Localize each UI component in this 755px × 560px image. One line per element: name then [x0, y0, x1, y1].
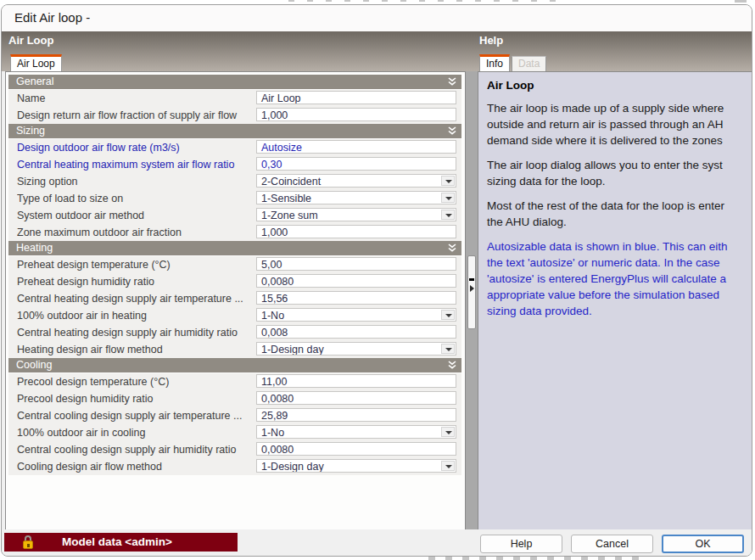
section-title: General [16, 76, 53, 87]
lock-icon [23, 535, 35, 549]
row-label: Central heating design supply air humidi… [17, 327, 253, 339]
panel-splitter[interactable] [466, 71, 478, 531]
dialog-titlebar[interactable]: Edit Air loop - [2, 5, 752, 31]
splitter-grip[interactable] [467, 255, 476, 329]
help-line: Most of the rest of the data for the loo… [487, 198, 752, 214]
grid-row: Central heating maximum system air flow … [8, 156, 461, 173]
row-text-field[interactable]: Autosize [256, 140, 456, 154]
row-combo-field[interactable]: 1-No [256, 308, 456, 322]
background-dash [419, 0, 425, 2]
row-label: Design outdoor air flow rate (m3/s) [17, 142, 253, 154]
collapse-chevron-icon [448, 361, 456, 370]
section-title: Cooling [16, 359, 52, 371]
help-heading: Air Loop [487, 79, 752, 92]
row-label: Preheat design temperature (°C) [17, 259, 253, 271]
help-paragraph: The air loop is made up of a supply side… [487, 100, 752, 148]
grid-row: Central heating design supply air humidi… [8, 324, 461, 341]
combo-dropdown-button[interactable] [441, 461, 455, 471]
background-dash [632, 557, 639, 560]
help-line: The air loop is made up of a supply side… [487, 100, 752, 116]
background-dash [530, 557, 537, 560]
grid-row: Central cooling design supply air humidi… [8, 441, 461, 458]
combo-dropdown-button[interactable] [441, 344, 455, 354]
row-combo-field[interactable]: 1-Design day [256, 459, 456, 473]
grid-row: Design return air flow fraction of suppl… [8, 107, 461, 124]
background-dash [428, 557, 435, 560]
section-header-general[interactable]: General [8, 75, 461, 89]
row-text-field[interactable]: 0,0080 [256, 442, 456, 456]
row-combo-field[interactable]: 2-Coincident [256, 174, 456, 188]
background-dash [615, 557, 622, 560]
grid-row: 100% outdoor air in cooling1-No [8, 424, 461, 441]
tab-help-info[interactable]: Info [479, 54, 510, 71]
row-text-field[interactable]: 15,56 [256, 291, 456, 305]
grid-row: 100% outdoor air in heating1-No [8, 307, 461, 324]
row-text-field[interactable]: 1,000 [256, 108, 456, 121]
help-line: The air loop dialog allows you to enter … [487, 157, 752, 173]
dialog-title: Edit Air loop - [14, 10, 90, 25]
section-header-sizing[interactable]: Sizing [8, 124, 461, 138]
background-dash [438, 0, 444, 2]
combo-dropdown-button[interactable] [441, 193, 455, 203]
section-title: Sizing [16, 125, 45, 137]
help-text: The air loop is made up of a supply side… [487, 100, 752, 319]
row-text-field[interactable]: 25,89 [256, 408, 456, 422]
cancel-button[interactable]: Cancel [571, 535, 653, 553]
row-text-field[interactable]: 1,000 [256, 225, 456, 238]
grid-row: Central cooling design supply air temper… [8, 407, 461, 424]
grid-row: Preheat design temperature (°C)5,00 [8, 256, 461, 273]
row-label: Precool design humidity ratio [17, 393, 253, 405]
background-dash [462, 557, 469, 560]
row-label: Zone maximum outdoor air fraction [17, 227, 253, 238]
ok-button[interactable]: OK [662, 535, 744, 553]
background-dash [494, 0, 500, 2]
combo-dropdown-button[interactable] [441, 176, 455, 186]
combo-dropdown-button[interactable] [441, 310, 455, 320]
row-text-field[interactable]: Air Loop [256, 91, 456, 104]
collapse-chevron-icon [448, 77, 456, 87]
grid-row: System outdoor air method1-Zone sum [8, 207, 461, 224]
help-content-panel: Air Loop The air loop is made up of a su… [478, 71, 752, 531]
grid-row: Precool design temperature (°C)11,00 [8, 373, 461, 390]
combo-dropdown-button[interactable] [441, 427, 455, 437]
row-label: Name [17, 92, 253, 104]
tab-air-loop[interactable]: Air Loop [10, 54, 62, 71]
help-button[interactable]: Help [480, 535, 562, 553]
row-combo-field[interactable]: 1-Sensible [256, 191, 456, 204]
row-label: Type of load to size on [17, 193, 253, 204]
model-data-status-bar: Model data <admin> [4, 533, 238, 552]
help-panel-title: Help [479, 34, 503, 47]
combo-dropdown-button[interactable] [441, 210, 455, 220]
grid-row: Preheat design humidity ratio0,0080 [8, 273, 461, 290]
row-text-field[interactable]: 0,0080 [256, 274, 456, 288]
splitter-dash-icon [469, 278, 474, 281]
status-label: Model data <admin> [62, 535, 172, 548]
row-text-field[interactable]: 0,0080 [256, 391, 456, 405]
background-dash [456, 0, 462, 2]
section-header-cooling[interactable]: Cooling [8, 358, 461, 372]
row-text-field[interactable]: 0,30 [256, 157, 456, 171]
row-combo-field[interactable]: 1-Zone sum [256, 208, 456, 221]
background-dash [550, 0, 556, 2]
grid-row: Cooling design air flow method1-Design d… [8, 458, 461, 475]
help-line: 'autosize' is entered EnergyPlus will ca… [487, 271, 752, 287]
row-label: Central heating maximum system air flow … [17, 159, 253, 171]
background-dash [475, 0, 481, 2]
help-line: appropriate value before the simulation … [487, 287, 752, 303]
background-dash [479, 557, 486, 560]
chevron-down-icon [445, 348, 452, 351]
row-label: 100% outdoor air in cooling [17, 427, 253, 439]
chevron-down-icon [445, 431, 452, 434]
collapse-chevron-icon [448, 126, 456, 136]
row-text-field[interactable]: 11,00 [256, 374, 456, 388]
screen: Edit Air loop - Air Loop Help Air Loop I… [0, 0, 755, 560]
row-label: Central heating design supply air temper… [17, 293, 253, 305]
splitter-collapse-arrow-icon[interactable] [470, 285, 474, 292]
row-combo-field[interactable]: 1-Design day [256, 342, 456, 356]
section-header-heating[interactable]: Heating [8, 241, 461, 255]
row-combo-field[interactable]: 1-No [256, 425, 456, 439]
row-text-field[interactable]: 5,00 [256, 257, 456, 271]
row-label: Central cooling design supply air temper… [17, 410, 253, 422]
tab-help-data[interactable]: Data [512, 56, 546, 71]
row-text-field[interactable]: 0,008 [256, 325, 456, 339]
